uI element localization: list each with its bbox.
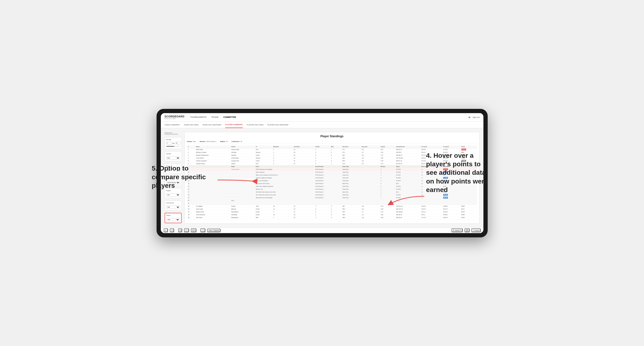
filter-conference: Conference: All — [232, 141, 242, 142]
conference-label: Conference — [166, 202, 180, 204]
range-sep: – — [172, 141, 174, 145]
sub-nav-team-h2h-heatmap[interactable]: TEAM H2H HEATMAP — [202, 122, 221, 128]
region-select[interactable]: N/A — [166, 193, 180, 196]
th-reg-rank: Reg Rank — [272, 145, 293, 148]
table-row: 1 Wenyi Ding Arizona State First 1 15 1 … — [187, 148, 477, 151]
filter-gender-label: Gender: — [187, 141, 192, 142]
filter-conference-value: All — [240, 141, 242, 142]
sub-nav: TEAM SUMMARY TEAM H2H GRID TEAM H2H HEAT… — [161, 122, 484, 128]
copy-button[interactable]: ⧉ — [178, 228, 182, 232]
sign-out-link[interactable]: Sign out — [472, 116, 480, 118]
sidebar-gender: Gender Men — [164, 151, 182, 161]
filter-region-label: Region: — [220, 141, 226, 142]
player-select[interactable]: (All) — [166, 218, 180, 221]
nav-tournaments[interactable]: TOURNAMENTS — [190, 115, 206, 119]
td-conf-rank: 15 — [293, 148, 314, 151]
sub-nav-team-h2h-grid[interactable]: TEAM H2H GRID — [184, 122, 199, 128]
nav-committee[interactable]: COMMITTEE — [223, 115, 236, 119]
share-label: Share — [475, 230, 479, 231]
sidebar-player: Player (All) — [164, 213, 182, 223]
filter-conference-label: Conference: — [232, 141, 240, 142]
sub-nav-team-summary[interactable]: TEAM SUMMARY — [164, 122, 180, 128]
no-rds-to-input[interactable] — [175, 142, 180, 145]
th-adj-score: Adj. Score — [342, 145, 360, 148]
panel-header: Player Standings — [187, 135, 477, 138]
table-header-row: # Player School Yr Reg Rank Conf Rank No… — [187, 145, 477, 148]
top-nav: SCOREBOARD Powered by clippi TOURNAMENTS… — [161, 113, 484, 122]
filter-region-value: All — [226, 141, 228, 142]
gender-select[interactable]: Men — [166, 156, 180, 160]
td-player: Wenyi Ding — [195, 148, 230, 151]
sub-nav-player-summary[interactable]: PLAYER SUMMARY — [225, 122, 243, 128]
export-button[interactable]: ⬇️ — [464, 228, 470, 232]
th-no-rds: No Rds. — [314, 145, 330, 148]
th-vs25: Vs Top 25 — [420, 145, 442, 148]
table-row: 23Jack LundinMissouriFourth 11240068.5-2… — [187, 208, 477, 210]
th-points: Points — [460, 145, 477, 148]
th-wins: Wins — [330, 145, 342, 148]
logo-sub: Powered by clippi — [164, 118, 184, 119]
filter-region: Region: All — [220, 141, 228, 142]
redo-button[interactable]: ↪ — [170, 228, 174, 232]
no-rds-range: – — [166, 141, 180, 145]
td-record: 381-61-11 — [395, 148, 420, 151]
td-yr: First — [255, 148, 272, 151]
td-vs25: 29-15-0 — [420, 148, 442, 151]
panel-title: Player Standings — [206, 135, 458, 138]
nav-teams[interactable]: TEAMS — [211, 115, 218, 119]
th-vs50: Vs Top 50 — [442, 145, 460, 148]
toolbar-sep-1 — [176, 229, 176, 232]
filter-gender: Gender: Men — [187, 141, 196, 142]
th-yr: Yr — [255, 145, 272, 148]
table-row: 25Cole SherwoodVanderbiltFourth 12231068… — [187, 213, 477, 216]
logo-text: SCOREBOARD — [164, 115, 184, 118]
add-button[interactable]: ⊞ ▾ — [191, 228, 196, 232]
arrow-right-annotation — [384, 194, 427, 208]
outer-wrapper: 4. Hover over a player's points to see a… — [156, 109, 488, 237]
td-no-rds: 1 — [314, 148, 330, 151]
bottom-toolbar: ↩ ↪ ⧉ 📋 ⊞ ▾ 🕐 View: Original 👁 Watch ▾ ⬇… — [161, 227, 484, 233]
player-label: Player — [166, 215, 180, 216]
td-avg-par: -3.2 — [360, 148, 380, 151]
no-rds-from-input[interactable] — [166, 142, 172, 145]
th-avg-sg: Avg SG — [380, 145, 395, 148]
sidebar-no-rds: No Rds. – — [164, 137, 182, 149]
annotation-bottom-left: 5. Option to compare specific players — [152, 164, 213, 190]
th-avg-par: Avg to-Par — [360, 145, 380, 148]
nav-items: TOURNAMENTS TEAMS COMMITTEE — [190, 115, 468, 119]
view-original-label: View: Original — [208, 230, 219, 231]
th-conf-rank: Conf Rank — [293, 145, 314, 148]
filter-gender-value: Men — [193, 141, 196, 142]
paste-button[interactable]: 📋 — [184, 228, 189, 232]
view-original-button[interactable]: View: Original — [207, 229, 220, 232]
td-vs50: 17-23-0 — [442, 148, 460, 151]
gender-label: Gender — [166, 153, 180, 155]
range-slider — [166, 146, 180, 147]
filter-division-label: Division: — [200, 141, 206, 142]
sub-nav-player-h2h-grid[interactable]: PLAYER H2H GRID — [247, 122, 264, 128]
nav-right: ◀ | Sign out — [468, 116, 480, 118]
clock-button[interactable]: 🕐 — [200, 228, 205, 232]
update-time-label: Update time: 27/01/2024 16:56:26 — [164, 132, 182, 135]
sub-table-row: 21 — [187, 202, 477, 205]
undo-button[interactable]: ↩ — [164, 228, 168, 232]
watch-label: Watch — [455, 230, 460, 231]
nav-separator: ◀ | — [468, 116, 471, 118]
td-school: Arizona State — [230, 148, 255, 151]
toolbar-right: 👁 Watch ▾ ⬇️ ↗ Share — [452, 228, 480, 232]
sub-table-row: 19 Mirabel Maui Jim Intercollegiate NCAA… — [187, 196, 477, 199]
th-rank: # — [187, 145, 195, 148]
range-fill — [166, 146, 174, 147]
share-button[interactable]: ↗ Share — [471, 228, 480, 232]
conference-select[interactable]: (All) — [166, 205, 180, 209]
watch-button[interactable]: 👁 Watch ▾ — [452, 228, 462, 232]
sub-nav-player-h2h-heatmap[interactable]: PLAYER H2H HEATMAP — [268, 122, 289, 128]
no-rds-label: No Rds. — [166, 139, 180, 140]
th-player: Player — [195, 145, 230, 148]
td-adj-score: 67.1 — [342, 148, 360, 151]
td-points[interactable]: 60.64 — [460, 148, 477, 151]
filter-division-value: NCAA Division I — [206, 141, 216, 142]
table-row: 22Ian GilliganFloridaThird 10241068.7-0.… — [187, 205, 477, 208]
table-row: 26Petr HrubyWashingtonFifth 7231068.6-1.… — [187, 216, 477, 219]
filter-row: Gender: Men Division: NCAA Division I Re… — [187, 140, 477, 143]
